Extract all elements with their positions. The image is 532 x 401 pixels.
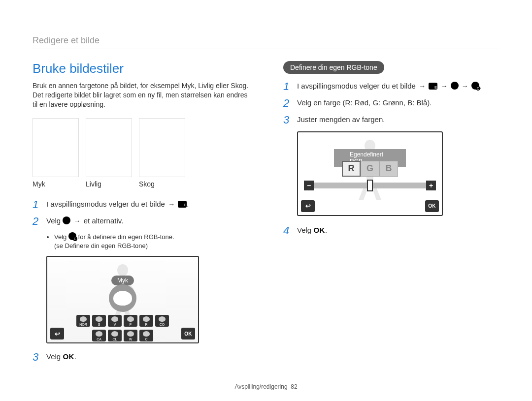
slider-plus[interactable]: +: [426, 181, 436, 190]
page: Redigere et bilde Bruke bildestiler Bruk…: [0, 0, 532, 383]
ok-icon: OK: [63, 352, 74, 361]
thumbnail: Myk: [33, 118, 79, 188]
step-number: 2: [283, 97, 292, 109]
step-number: 3: [33, 351, 41, 363]
style-row-2: CA CL W C: [92, 330, 153, 341]
step-text: I avspillingsmodus velger du et bilde → …: [46, 199, 189, 210]
style-option[interactable]: S: [92, 315, 106, 327]
step-text: Velg OK.: [46, 351, 76, 362]
style-option[interactable]: C: [139, 330, 153, 341]
step-2: 2 Velg → et alternativ.: [33, 216, 249, 227]
rgb-tabs: R G B: [342, 161, 398, 177]
rgb-tab-r[interactable]: R: [342, 161, 361, 177]
thumbnail-label: Skog: [139, 180, 185, 188]
back-button[interactable]: ↩: [301, 200, 315, 212]
style-option[interactable]: CO: [155, 315, 169, 327]
custom-rgb-icon: [471, 82, 479, 90]
step-2-bullets: Velg for å definere din egen RGB-tone. (…: [46, 232, 249, 250]
style-option[interactable]: NOR: [76, 315, 90, 327]
step-3: 3 Velg OK.: [33, 351, 249, 363]
footer-page-number: 82: [291, 383, 297, 390]
edit-icon: [178, 201, 187, 208]
thumbnail: Skog: [139, 118, 185, 188]
style-option[interactable]: CL: [108, 330, 122, 341]
breadcrumb: Redigere et bilde: [33, 35, 499, 49]
intro-paragraph: Bruk en annen fargetone på bildet, for e…: [33, 81, 249, 109]
step-1: 1 I avspillingsmodus velger du et bilde …: [33, 199, 249, 211]
right-step-3: 3 Juster mengden av fargen.: [283, 114, 499, 126]
step-number: 1: [33, 199, 41, 211]
arrow-icon: →: [74, 217, 81, 225]
arrow-icon: →: [419, 82, 426, 90]
slider-minus[interactable]: −: [304, 181, 314, 190]
style-option[interactable]: V: [108, 315, 122, 327]
rgb-adjust-screen: Egendefinert RGB R G B − + ↩ OK: [297, 131, 443, 216]
style-option[interactable]: F: [124, 315, 137, 327]
style-option[interactable]: W: [124, 330, 137, 341]
style-picker-screen: Myk NOR S V F R CO CA CL W C: [46, 256, 199, 343]
style-option[interactable]: R: [139, 315, 153, 327]
right-step-2: 2 Velg en farge (R: Rød, G: Grønn, B: Bl…: [283, 97, 499, 109]
ok-icon: OK: [313, 226, 325, 234]
bullet: Velg for å definere din egen RGB-tone. (…: [54, 232, 249, 250]
thumbnail-image: [139, 118, 185, 177]
palette-icon: [451, 82, 459, 90]
slider-handle[interactable]: [367, 180, 373, 191]
ok-button[interactable]: OK: [425, 200, 439, 212]
rgb-tab-b[interactable]: B: [379, 161, 398, 177]
two-columns: Bruke bildestiler Bruk en annen fargeton…: [33, 61, 499, 368]
rgb-tab-g[interactable]: G: [361, 161, 379, 177]
style-option[interactable]: CA: [92, 330, 106, 341]
section-title: Bruke bildestiler: [33, 61, 249, 76]
style-thumbnails: Myk Livlig Skog: [33, 118, 249, 188]
edit-icon: [429, 83, 437, 90]
step-number: 1: [283, 81, 292, 93]
thumbnail: Livlig: [86, 118, 132, 188]
subsection-pill: Definere din egen RGB-tone: [283, 61, 384, 74]
step-text: Velg OK.: [297, 225, 327, 235]
step-number: 2: [33, 216, 41, 227]
style-label-bubble: Myk: [111, 276, 134, 285]
thumbnail-label: Myk: [33, 180, 79, 188]
custom-rgb-icon: [68, 232, 76, 240]
arrow-icon: →: [440, 82, 447, 90]
step-text: Velg en farge (R: Rød, G: Grønn, B: Blå)…: [297, 97, 432, 108]
right-step-1: 1 I avspillingsmodus velger du et bilde …: [283, 81, 499, 93]
arrow-icon: →: [462, 82, 468, 90]
thumbnail-image: [86, 118, 132, 177]
right-step-4: 4 Velg OK.: [283, 225, 499, 237]
ok-button[interactable]: OK: [181, 328, 195, 339]
step-text: Juster mengden av fargen.: [297, 114, 385, 124]
step-number: 3: [283, 114, 292, 126]
page-footer: Avspilling/redigering 82: [0, 383, 532, 390]
step-text: I avspillingsmodus velger du et bilde → …: [297, 81, 481, 92]
step-number: 4: [283, 225, 292, 237]
style-row-1: NOR S V F R CO: [76, 315, 169, 327]
palette-icon: [63, 216, 70, 224]
big-palette-icon: [109, 284, 136, 312]
footer-section: Avspilling/redigering: [234, 383, 287, 390]
thumbnail-image: [33, 118, 79, 177]
right-column: Definere din egen RGB-tone 1 I avspillin…: [283, 61, 499, 368]
thumbnail-label: Livlig: [86, 180, 132, 188]
left-column: Bruke bildestiler Bruk en annen fargeton…: [33, 61, 249, 368]
left-steps: 1 I avspillingsmodus velger du et bilde …: [33, 199, 249, 364]
step-text: Velg → et alternativ.: [46, 216, 123, 226]
back-button[interactable]: ↩: [50, 328, 64, 339]
arrow-icon: →: [168, 200, 175, 208]
